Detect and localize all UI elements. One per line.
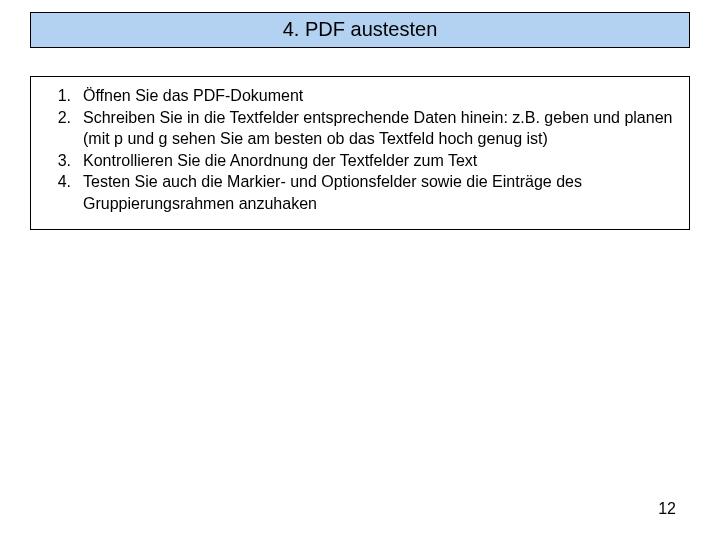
ordered-list: 1. Öffnen Sie das PDF-Dokument 2. Schrei… <box>43 85 677 215</box>
list-text: Testen Sie auch die Markier- und Options… <box>77 171 677 214</box>
slide-title: 4. PDF austesten <box>30 12 690 48</box>
list-number: 3. <box>43 150 77 172</box>
content-box: 1. Öffnen Sie das PDF-Dokument 2. Schrei… <box>30 76 690 230</box>
list-text: Kontrollieren Sie die Anordnung der Text… <box>77 150 677 172</box>
list-number: 1. <box>43 85 77 107</box>
page-number: 12 <box>658 500 676 518</box>
list-item: 1. Öffnen Sie das PDF-Dokument <box>43 85 677 107</box>
list-number: 4. <box>43 171 77 214</box>
list-number: 2. <box>43 107 77 150</box>
list-text: Schreiben Sie in die Textfelder entsprec… <box>77 107 677 150</box>
list-text: Öffnen Sie das PDF-Dokument <box>77 85 677 107</box>
list-item: 3. Kontrollieren Sie die Anordnung der T… <box>43 150 677 172</box>
list-item: 4. Testen Sie auch die Markier- und Opti… <box>43 171 677 214</box>
list-item: 2. Schreiben Sie in die Textfelder entsp… <box>43 107 677 150</box>
